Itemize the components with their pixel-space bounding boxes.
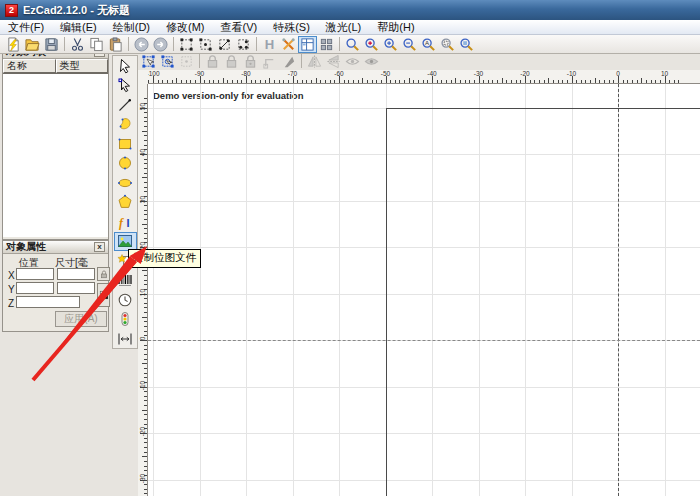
h-ruler: -100-90-80-70-60-50-40-30-20-10010 <box>138 70 700 84</box>
copy-button[interactable] <box>87 36 106 53</box>
menu-help[interactable]: 帮助(H) <box>369 20 422 35</box>
y-size-input[interactable] <box>57 282 95 294</box>
zoom-page-button[interactable] <box>457 36 476 53</box>
menu-file[interactable]: 文件(F) <box>0 20 52 35</box>
draw-barcode-button[interactable] <box>114 271 137 291</box>
v-ruler-tick <box>144 377 147 378</box>
h-ruler-label: -30 <box>474 70 483 77</box>
select-tool-button[interactable] <box>114 56 137 76</box>
h-ruler-tick <box>167 80 168 83</box>
size-lock-button[interactable] <box>97 267 110 281</box>
zoom-out-button[interactable] <box>400 36 419 53</box>
toolbar-separator <box>64 37 65 51</box>
tools-button[interactable] <box>279 36 298 53</box>
mark-params-button[interactable] <box>298 36 317 53</box>
draw-text-button[interactable]: fI <box>114 212 137 232</box>
h-ruler-tick <box>451 80 452 83</box>
edit-nodes-drag-button[interactable] <box>158 53 177 70</box>
v-ruler-tick <box>144 163 147 164</box>
h-ruler-tick <box>353 80 354 83</box>
column-header-type[interactable]: 类型 <box>56 59 109 73</box>
zoom-all-button[interactable]: A <box>419 36 438 53</box>
zoom-in-button[interactable] <box>381 36 400 53</box>
array-tool-button[interactable] <box>177 36 196 53</box>
object-list-body[interactable] <box>3 73 108 237</box>
draw-curve-button[interactable] <box>114 115 137 135</box>
draw-circle-button[interactable] <box>114 154 137 174</box>
h-ruler-tick <box>479 76 480 83</box>
zoom-in-center-button[interactable] <box>362 36 381 53</box>
y-position-input[interactable] <box>16 282 54 294</box>
ungroup-tool-button[interactable] <box>215 36 234 53</box>
svg-text:H: H <box>265 37 274 52</box>
nodesel-blue-icon <box>141 54 156 69</box>
hatch-button[interactable]: H <box>260 36 279 53</box>
menu-laser[interactable]: 激光(L) <box>318 20 369 35</box>
h-ruler-tick <box>585 80 586 83</box>
h-ruler-tick <box>348 80 349 83</box>
v-ruler-tick <box>144 391 147 392</box>
main-toolbar: HA <box>0 35 700 54</box>
v-ruler-tick <box>144 275 147 276</box>
v-ruler-tick <box>144 452 147 453</box>
v-ruler-tick <box>144 145 147 146</box>
v-ruler-tick <box>144 396 147 397</box>
v-ruler-tick <box>144 493 147 494</box>
draw-ellipse-button[interactable] <box>114 173 137 193</box>
h-ruler-tick <box>506 80 507 83</box>
zoom-window-button[interactable] <box>343 36 362 53</box>
quad-squares-icon <box>319 37 334 52</box>
io-control-button[interactable] <box>114 310 137 330</box>
node-arrow-icon <box>117 77 133 93</box>
v-ruler-tick <box>144 238 147 239</box>
h-ruler-tick <box>148 80 149 83</box>
new-file-button[interactable] <box>4 36 23 53</box>
h-ruler-tick <box>362 78 363 83</box>
nodes-2-icon <box>198 37 213 52</box>
menu-view[interactable]: 查看(V) <box>213 20 266 35</box>
delay-tool-button[interactable] <box>114 290 137 310</box>
menu-special[interactable]: 特殊(S) <box>265 20 318 35</box>
save-file-button[interactable] <box>42 36 61 53</box>
redo-button[interactable] <box>151 36 170 53</box>
lock-y-button <box>222 53 241 70</box>
v-ruler-tick <box>144 228 147 229</box>
array-params-button[interactable] <box>97 283 110 307</box>
open-file-button[interactable] <box>23 36 42 53</box>
object-params-button[interactable] <box>317 36 336 53</box>
combine-tool-button[interactable] <box>234 36 253 53</box>
zoom-selection-button[interactable] <box>438 36 457 53</box>
x-position-input[interactable] <box>16 268 54 280</box>
h-ruler-tick <box>269 78 270 83</box>
v-ruler-tick <box>144 112 147 113</box>
group-tool-button[interactable] <box>196 36 215 53</box>
v-ruler-tick <box>144 349 147 350</box>
object-properties-header: 对象属性 x <box>3 241 108 254</box>
h-ruler-tick <box>595 78 596 83</box>
undo-button[interactable] <box>132 36 151 53</box>
h-ruler-tick <box>386 76 387 83</box>
object-properties-close-icon[interactable]: x <box>94 242 105 252</box>
gridline-v <box>293 84 294 496</box>
draw-rectangle-button[interactable] <box>114 134 137 154</box>
draw-polygon-button[interactable] <box>114 193 137 213</box>
cut-button[interactable] <box>68 36 87 53</box>
h-ruler-tick <box>539 80 540 83</box>
edit-nodes-button[interactable] <box>139 53 158 70</box>
mirror-vertical-button <box>324 53 343 70</box>
paste-button[interactable] <box>106 36 125 53</box>
menu-draw[interactable]: 绘制(D) <box>105 20 158 35</box>
draw-line-button[interactable] <box>114 95 137 115</box>
menu-modify[interactable]: 修改(M) <box>158 20 213 35</box>
x-size-input[interactable] <box>57 268 95 280</box>
spacing-tool-button[interactable] <box>114 329 137 349</box>
menu-edit[interactable]: 编辑(E) <box>52 20 105 35</box>
v-ruler-tick <box>144 466 147 467</box>
gridline-v <box>153 84 154 496</box>
h-ruler-tick <box>339 76 340 83</box>
v-ruler-label: 50 <box>139 101 146 111</box>
column-header-name[interactable]: 名称 <box>3 59 56 73</box>
node-edit-tool-button[interactable] <box>114 76 137 96</box>
z-position-input[interactable] <box>16 296 80 308</box>
drawing-canvas[interactable]: Demo version-only for evaluation <box>148 84 700 496</box>
